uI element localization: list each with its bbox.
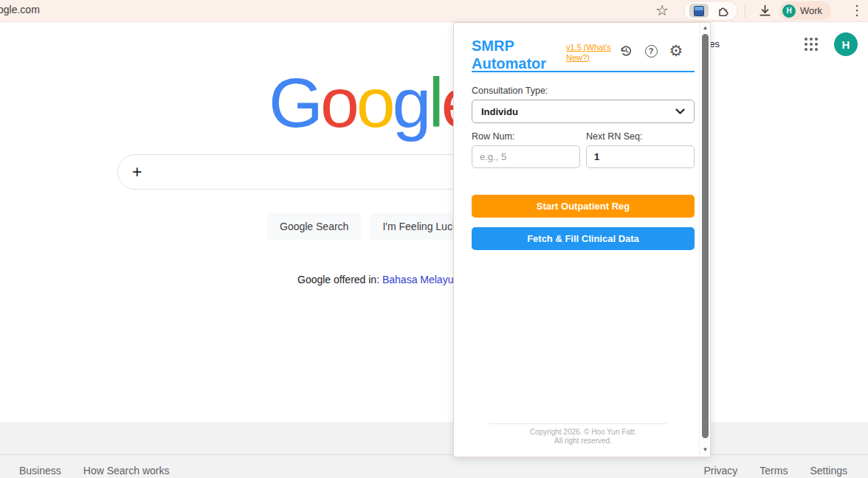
start-outpatient-reg-button[interactable]: Start Outpatient Reg <box>472 195 695 218</box>
footer-link-settings[interactable]: Settings <box>810 465 847 477</box>
extensions-puzzle-icon[interactable] <box>716 4 731 18</box>
footer-link-privacy[interactable]: Privacy <box>703 465 737 477</box>
next-rn-seq-input[interactable] <box>586 145 695 168</box>
profile-name: Work <box>800 5 822 16</box>
language-offer: Google offered in: Bahasa Melayu <box>297 274 453 285</box>
row-num-label: Row Num: <box>472 131 514 142</box>
bookmark-star-icon[interactable]: ☆ <box>655 2 669 18</box>
language-link[interactable]: Bahasa Melayu <box>382 274 454 285</box>
settings-gear-icon[interactable]: ⚙ <box>669 44 683 58</box>
browser-menu-kebab-icon[interactable]: ⋮ <box>850 2 864 18</box>
smrp-automator-popup: SMRP Automator v1.5 (What's New?) ? ⚙ Co… <box>453 22 711 457</box>
popup-scrollbar[interactable]: ▲ ▼ <box>699 23 710 457</box>
toolbar-separator <box>745 4 745 18</box>
scroll-up-arrow[interactable]: ▲ <box>700 24 711 31</box>
browser-profile-chip[interactable]: H Work <box>779 1 831 20</box>
chevron-down-icon <box>675 108 685 115</box>
google-homepage: Gmail Images H Google + Google Search I'… <box>0 22 868 422</box>
google-apps-grid-icon[interactable] <box>805 38 818 51</box>
browser-toolbar: ogle.com ☆ H Work ⋮ <box>0 0 868 22</box>
row-num-input[interactable] <box>472 145 580 168</box>
footer-divider <box>489 423 666 424</box>
history-icon[interactable] <box>619 44 633 58</box>
plus-icon: + <box>132 162 142 182</box>
version-whats-new-link[interactable]: v1.5 (What's New?) <box>566 42 622 63</box>
page-footer: Business How Search works Privacy Terms … <box>0 422 868 478</box>
smrp-extension-button[interactable] <box>689 4 709 18</box>
google-search-button[interactable]: Google Search <box>267 213 361 240</box>
google-logo: Google <box>269 63 477 143</box>
extensions-pill <box>683 1 738 21</box>
scroll-thumb[interactable] <box>702 34 709 438</box>
header-divider <box>472 71 695 72</box>
copyright-text: Copyright 2026. © Hoo Yun Fatt. All righ… <box>472 428 695 446</box>
footer-link-business[interactable]: Business <box>19 465 61 477</box>
footer-link-terms[interactable]: Terms <box>760 465 788 477</box>
footer-region-row <box>0 422 868 455</box>
help-icon[interactable]: ? <box>644 44 658 58</box>
profile-avatar: H <box>782 4 796 18</box>
fetch-fill-clinical-data-button[interactable]: Fetch & Fill Clinical Data <box>472 227 695 250</box>
scroll-down-arrow[interactable]: ▼ <box>700 446 711 453</box>
smrp-extension-icon <box>694 6 704 16</box>
footer-link-how-search-works[interactable]: How Search works <box>83 465 170 477</box>
popup-title: SMRP Automator <box>472 37 562 72</box>
consultation-type-label: Consultation Type: <box>472 86 548 96</box>
download-icon[interactable] <box>757 3 773 18</box>
address-bar-url[interactable]: ogle.com <box>0 4 40 15</box>
google-account-avatar[interactable]: H <box>834 32 858 56</box>
next-rn-seq-label: Next RN Seq: <box>586 131 642 142</box>
consultation-type-select[interactable]: Individu <box>472 100 695 123</box>
